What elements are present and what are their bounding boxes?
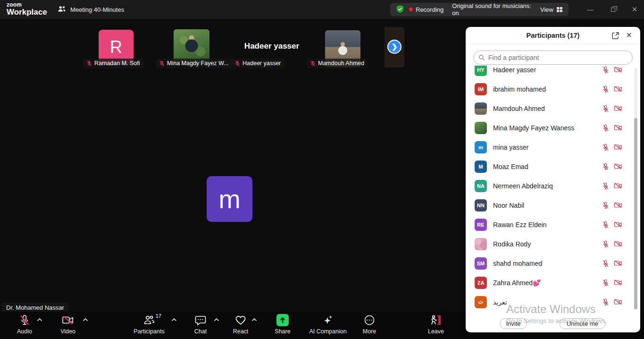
participant-name: Hadeer yasser	[493, 66, 536, 74]
meeting-title-group: Meeting 40-Minutes	[58, 0, 124, 19]
participant-status-icons	[602, 182, 634, 190]
audio-options-chevron[interactable]	[36, 317, 43, 322]
participant-name-tag-text: Hadeer yasser	[243, 60, 281, 67]
participant-avatar: ZA	[475, 277, 487, 289]
panel-scrollbar-thumb[interactable]	[634, 118, 637, 309]
participant-name: Rawan Ezz Eldein	[493, 221, 547, 229]
participants-icon: 17	[143, 314, 155, 326]
audio-button[interactable]: Audio	[11, 314, 38, 335]
more-label: More	[363, 328, 376, 335]
participants-panel-title: Participants (17)	[527, 32, 580, 39]
close-panel-icon[interactable]: ✕	[626, 31, 632, 40]
participants-options-chevron[interactable]	[171, 317, 177, 322]
unmute-me-button[interactable]: Unmute me	[560, 318, 605, 329]
active-speaker-avatar[interactable]: m	[207, 176, 252, 222]
status-pill: Recording Original sound for musicians: …	[390, 3, 569, 16]
original-sound-status[interactable]: Original sound for musicians: on	[452, 2, 532, 17]
participant-status-icons	[602, 260, 634, 267]
participant-row[interactable]: ZA Zahra Ahmed💕	[466, 273, 634, 292]
search-input[interactable]	[488, 54, 627, 61]
pop-out-icon[interactable]	[611, 32, 619, 40]
title-bar: zoom Workplace Meeting 40-Minutes Record…	[0, 0, 644, 19]
camera-off-icon	[62, 314, 74, 326]
participant-row[interactable]: Mina Magdy Fayez Waness	[466, 118, 634, 137]
participant-row[interactable]: Mamdouh Ahmed	[466, 99, 634, 118]
react-options-chevron[interactable]	[251, 317, 258, 322]
participant-row[interactable]: NA Nermeen Abdelraziq	[466, 176, 634, 195]
participant-avatar: HY	[475, 66, 487, 76]
camera-off-icon	[614, 105, 622, 112]
chat-button[interactable]: Chat	[187, 314, 214, 335]
video-name-tag: Hadeer yasser	[231, 59, 285, 68]
react-label: React	[233, 328, 249, 335]
mic-muted-icon	[602, 144, 609, 151]
participant-avatar: NA	[475, 180, 487, 192]
leave-label: Leave	[428, 328, 444, 335]
participant-avatar	[475, 122, 487, 134]
avatar-initial: R	[110, 37, 122, 57]
participant-name: ibrahim mohamed	[493, 85, 546, 93]
mic-muted-icon	[602, 240, 609, 248]
restore-icon	[611, 8, 615, 12]
camera-off-icon	[614, 66, 622, 73]
close-window-button[interactable]: ✕	[627, 0, 643, 19]
camera-off-icon	[614, 182, 622, 189]
participants-button[interactable]: 17 Participants	[132, 314, 166, 335]
participants-count-badge: 17	[156, 313, 161, 319]
participant-row[interactable]: m mina yasser	[466, 137, 634, 157]
participant-name: mina yasser	[493, 144, 528, 151]
participant-row[interactable]: NN Noor Nabil	[466, 195, 634, 215]
share-screen-icon	[276, 314, 289, 326]
share-label: Share	[275, 328, 290, 335]
participants-panel: Participants (17) ✕ HY Hadeer yasser IM …	[466, 27, 640, 332]
participant-name: تغريد	[493, 298, 507, 306]
participant-row[interactable]: M Moaz Emad	[466, 157, 634, 176]
minimize-button[interactable]: —	[582, 0, 598, 19]
mic-muted-icon	[602, 279, 609, 287]
participant-row[interactable]: SM shahd mohamed	[466, 254, 634, 273]
logo-line1: zoom	[7, 2, 47, 8]
react-button[interactable]: React	[227, 314, 254, 335]
participant-row[interactable]: HY Hadeer yasser	[466, 66, 634, 79]
share-button[interactable]: Share	[269, 314, 296, 335]
participant-name-tag-text: Ramadan M. Sofi	[94, 60, 140, 67]
participant-row[interactable]: IM ibrahim mohamed	[466, 79, 634, 99]
camera-off-icon	[614, 124, 622, 131]
participant-row[interactable]: RE Rawan Ezz Eldein	[466, 215, 634, 234]
camera-off-icon	[614, 221, 622, 228]
chat-icon	[195, 314, 206, 326]
video-options-chevron[interactable]	[82, 317, 89, 322]
recording-indicator[interactable]: Recording	[409, 6, 443, 13]
more-button[interactable]: More	[356, 314, 383, 335]
mic-muted-icon	[234, 60, 240, 67]
chat-options-chevron[interactable]	[213, 317, 220, 322]
participant-search[interactable]	[473, 51, 633, 65]
video-label: Video	[60, 328, 75, 335]
participants-panel-header: Participants (17) ✕	[466, 27, 640, 44]
security-shield-icon[interactable]	[396, 5, 404, 15]
participant-name-tag-text: Mamdouh Ahmed	[318, 60, 364, 67]
leave-button[interactable]: Leave	[423, 314, 449, 335]
video-name-tag: Mina Magdy Fayez W...	[156, 59, 233, 68]
participant-status-icons	[602, 202, 634, 209]
mic-muted-icon	[602, 182, 609, 190]
participant-row[interactable]: ت تغريد	[466, 292, 634, 310]
maximize-button[interactable]	[605, 0, 621, 19]
participant-avatar	[475, 238, 487, 250]
invite-button[interactable]: Invite	[500, 318, 527, 329]
camera-off-icon	[614, 260, 622, 267]
recording-label: Recording	[416, 6, 443, 13]
next-videos-button[interactable]: ❯	[387, 40, 401, 54]
video-tile-name-hadeer[interactable]: Hadeer yasser	[234, 42, 309, 51]
mic-muted-icon	[602, 163, 609, 170]
mic-muted-icon	[602, 105, 609, 112]
avatar-initial: m	[218, 184, 241, 214]
video-name-tag: Mamdouh Ahmed	[307, 59, 368, 68]
participant-status-icons	[602, 221, 634, 229]
participant-row[interactable]: Rodika Rody	[466, 234, 634, 254]
ai-companion-button[interactable]: AI Companion	[307, 314, 349, 335]
chat-label: Chat	[194, 328, 207, 335]
video-button[interactable]: Video	[55, 314, 81, 335]
view-button[interactable]: View	[540, 6, 563, 13]
mic-muted-icon	[602, 85, 609, 93]
